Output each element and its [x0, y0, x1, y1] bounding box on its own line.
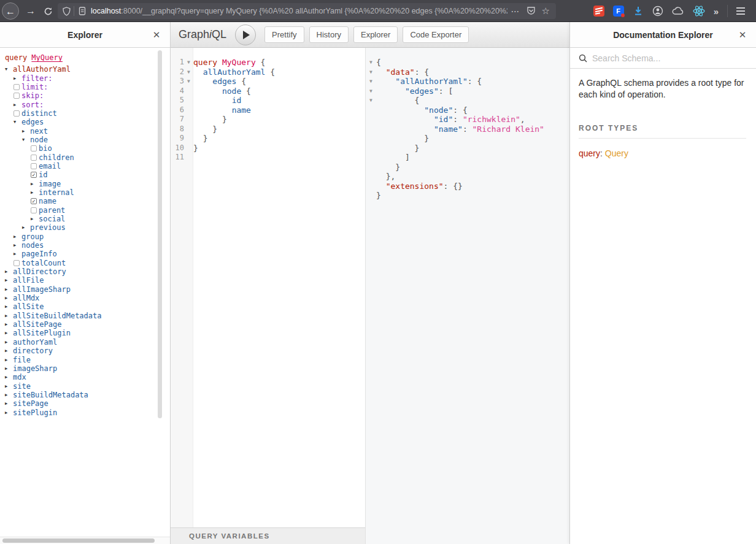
fold-arrow-icon[interactable]: ▼ [366, 58, 376, 67]
history-button[interactable]: History [309, 26, 349, 43]
query-editor[interactable]: 1▼query MyQuery {2▼ allAuthorYaml {3▼ ed… [171, 48, 365, 527]
field-checkbox[interactable]: ✓ [31, 172, 39, 178]
explorer-tree-row[interactable]: children [0, 153, 170, 161]
expand-arrow-icon[interactable]: ▶ [31, 182, 39, 186]
downloads-icon[interactable] [633, 6, 644, 17]
expand-arrow-icon[interactable]: ▶ [5, 375, 13, 380]
fold-arrow-icon[interactable]: ▼ [184, 67, 193, 77]
field-checkbox[interactable] [31, 145, 39, 151]
explorer-toggle-button[interactable]: Explorer [353, 26, 398, 43]
operation-name[interactable]: MyQuery [31, 53, 63, 62]
expand-arrow-icon[interactable]: ▶ [5, 348, 13, 353]
explorer-tree-row[interactable]: ▶sort: [0, 100, 170, 109]
fold-arrow-icon[interactable]: ▼ [366, 86, 376, 96]
menu-icon[interactable] [736, 7, 745, 15]
explorer-tree-row[interactable]: ▶next [0, 126, 170, 135]
explorer-tree-row[interactable]: ▶allSiteBuildMetadata [0, 312, 170, 320]
explorer-tree-row[interactable]: ✓id [0, 170, 170, 179]
prettify-button[interactable]: Prettify [264, 26, 304, 43]
execute-query-button[interactable] [235, 25, 256, 45]
query-variables-bar[interactable]: QUERY VARIABLES [171, 527, 365, 544]
expand-arrow-icon[interactable]: ▶ [5, 384, 13, 389]
explorer-tree-row[interactable]: ▶filter: [0, 74, 170, 82]
fold-arrow-icon[interactable]: ▼ [184, 77, 193, 86]
collapse-arrow-icon[interactable]: ▼ [22, 137, 30, 142]
root-type-link[interactable]: Query [605, 148, 628, 158]
explorer-tree-row[interactable]: ▶social [0, 215, 170, 223]
expand-arrow-icon[interactable]: ▶ [5, 287, 13, 292]
url-bar[interactable]: localhost:8000/__graphql?query=query MyQ… [58, 3, 556, 19]
explorer-tree-row[interactable]: ▶allSitePage [0, 320, 170, 329]
explorer-tree-row[interactable]: totalCount [0, 259, 170, 267]
fold-arrow-icon[interactable]: ▼ [366, 96, 376, 105]
explorer-tree-row[interactable]: ▶authorYaml [0, 338, 170, 347]
explorer-tree-row[interactable]: ▶directory [0, 347, 170, 355]
fold-arrow-icon[interactable]: ▼ [366, 67, 376, 77]
field-checkbox[interactable] [31, 155, 39, 161]
explorer-tree-row[interactable]: ▶siteBuildMetadata [0, 391, 170, 399]
explorer-close-icon[interactable]: ✕ [150, 29, 163, 41]
expand-arrow-icon[interactable]: ▶ [31, 216, 39, 221]
expand-arrow-icon[interactable]: ▶ [14, 102, 21, 107]
operation-row[interactable]: query MyQuery [0, 48, 170, 65]
explorer-tree-row[interactable]: parent [0, 206, 170, 215]
field-checkbox[interactable] [31, 207, 39, 213]
explorer-vertical-scrollbar[interactable] [158, 50, 162, 418]
explorer-tree-row[interactable]: ▼allAuthorYaml [0, 65, 170, 74]
expand-arrow-icon[interactable]: ▶ [5, 358, 13, 362]
reload-button[interactable] [39, 2, 56, 20]
code-exporter-button[interactable]: Code Exporter [403, 26, 469, 43]
explorer-tree-row[interactable]: ▶sitePage [0, 399, 170, 408]
explorer-tree-row[interactable]: skip: [0, 91, 170, 100]
explorer-tree-row[interactable]: ▶site [0, 381, 170, 390]
explorer-tree-row[interactable]: limit: [0, 83, 170, 91]
explorer-tree-row[interactable]: ▶allSitePlugin [0, 329, 170, 337]
explorer-tree-row[interactable]: ▼edges [0, 118, 170, 126]
explorer-tree-row[interactable]: ✓name [0, 197, 170, 205]
expand-arrow-icon[interactable]: ▶ [22, 129, 30, 134]
explorer-tree-row[interactable]: ▶allDirectory [0, 267, 170, 276]
page-info-icon[interactable] [79, 7, 86, 15]
explorer-tree-row[interactable]: ▶internal [0, 188, 170, 197]
expand-arrow-icon[interactable]: ▶ [14, 234, 21, 239]
account-icon[interactable] [652, 6, 663, 17]
expand-arrow-icon[interactable]: ▶ [14, 76, 21, 81]
bookmark-star-icon[interactable]: ☆ [542, 6, 550, 17]
page-actions-button[interactable]: ⋯ [511, 6, 520, 16]
explorer-tree-row[interactable]: ▶imageSharp [0, 364, 170, 373]
expand-arrow-icon[interactable]: ▶ [5, 393, 13, 397]
explorer-tree-row[interactable]: distinct [0, 109, 170, 118]
field-checkbox[interactable] [14, 84, 21, 90]
expand-arrow-icon[interactable]: ▶ [14, 243, 21, 248]
explorer-tree-row[interactable]: ▶previous [0, 223, 170, 232]
expand-arrow-icon[interactable]: ▶ [5, 278, 13, 283]
explorer-tree-row[interactable]: ▶mdx [0, 373, 170, 381]
expand-arrow-icon[interactable]: ▶ [5, 331, 13, 335]
pocket-icon[interactable] [526, 6, 536, 16]
todoist-extension-icon[interactable] [593, 6, 604, 17]
toolbar-overflow-icon[interactable]: » [714, 6, 719, 17]
explorer-tree-row[interactable]: ▶image [0, 179, 170, 188]
scrollbar-thumb[interactable] [2, 538, 155, 543]
collapse-arrow-icon[interactable]: ▼ [5, 67, 13, 72]
forward-button[interactable]: → [22, 2, 39, 20]
explorer-tree-row[interactable]: ▶sitePlugin [0, 408, 170, 416]
blue-f-extension-icon[interactable]: F [613, 6, 624, 17]
schema-search-input[interactable] [592, 53, 739, 63]
explorer-tree-row[interactable]: ▶file [0, 355, 170, 364]
field-checkbox[interactable] [14, 110, 21, 117]
explorer-tree-row[interactable]: ▶allFile [0, 276, 170, 285]
explorer-tree-row[interactable]: ▶nodes [0, 241, 170, 250]
field-checkbox[interactable]: ✓ [31, 198, 39, 204]
expand-arrow-icon[interactable]: ▶ [5, 401, 13, 406]
field-checkbox[interactable] [14, 93, 21, 99]
fold-arrow-icon[interactable]: ▼ [184, 58, 193, 67]
expand-arrow-icon[interactable]: ▶ [5, 340, 13, 345]
explorer-tree-row[interactable]: ▶allMdx [0, 294, 170, 302]
url-text[interactable]: localhost:8000/__graphql?query=query MyQ… [91, 7, 507, 15]
expand-arrow-icon[interactable]: ▶ [5, 410, 13, 415]
explorer-tree-row[interactable]: email [0, 162, 170, 170]
react-devtools-icon[interactable] [693, 6, 705, 17]
shield-icon[interactable] [63, 7, 71, 16]
explorer-tree-row[interactable]: ▶allImageSharp [0, 285, 170, 294]
